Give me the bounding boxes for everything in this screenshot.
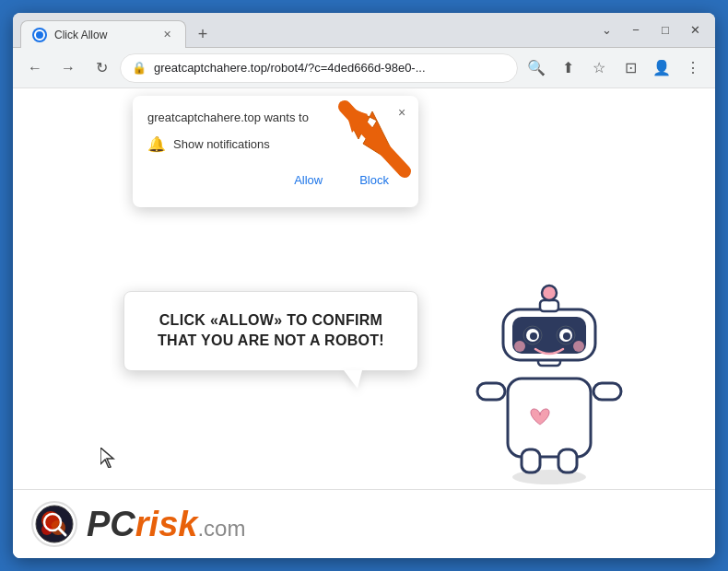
nav-actions: 🔍 ⬆ ☆ ⊡ 👤 ⋮ bbox=[522, 53, 708, 83]
svg-rect-7 bbox=[558, 449, 577, 472]
active-tab[interactable]: Click Allow ✕ bbox=[20, 20, 186, 48]
new-tab-button[interactable]: + bbox=[190, 21, 216, 47]
browser-window: Click Allow ✕ + ⌄ − □ ✕ ← → ↻ 🔒 greatcap… bbox=[13, 13, 715, 558]
notification-label: Show notifications bbox=[173, 137, 270, 151]
svg-point-16 bbox=[563, 332, 570, 340]
search-icon-button[interactable]: 🔍 bbox=[522, 53, 551, 83]
close-button[interactable]: ✕ bbox=[682, 17, 708, 43]
pointing-arrow bbox=[317, 88, 428, 181]
svg-point-15 bbox=[530, 332, 537, 340]
maximize-button[interactable]: □ bbox=[652, 17, 678, 43]
bell-icon: 🔔 bbox=[147, 135, 166, 153]
bubble-text: CLICK «ALLOW» TO CONFIRM THAT YOU ARE NO… bbox=[147, 310, 395, 352]
menu-button[interactable]: ⋮ bbox=[678, 53, 708, 83]
profile-button[interactable]: 👤 bbox=[647, 53, 676, 83]
robot-illustration bbox=[457, 273, 641, 484]
split-view-button[interactable]: ⊡ bbox=[616, 53, 645, 83]
svg-marker-21 bbox=[100, 448, 113, 468]
title-bar: Click Allow ✕ + ⌄ − □ ✕ bbox=[13, 13, 715, 48]
nav-bar: ← → ↻ 🔒 greatcaptchahere.top/robot4/?c=4… bbox=[13, 48, 715, 88]
svg-rect-4 bbox=[477, 383, 505, 400]
url-text: greatcaptchahere.top/robot4/?c=4ded666d-… bbox=[154, 61, 506, 75]
tab-favicon bbox=[32, 28, 47, 42]
robot-svg bbox=[457, 273, 641, 484]
address-bar[interactable]: 🔒 greatcaptchahere.top/robot4/?c=4ded666… bbox=[120, 53, 518, 83]
chevron-down-button[interactable]: ⌄ bbox=[593, 17, 619, 43]
svg-rect-5 bbox=[593, 383, 621, 400]
pcrisk-bar: PCrisk.com bbox=[13, 489, 715, 558]
tab-close-button[interactable]: ✕ bbox=[159, 28, 174, 42]
svg-point-18 bbox=[573, 341, 584, 352]
minimize-button[interactable]: − bbox=[623, 17, 649, 43]
bookmark-icon-button[interactable]: ☆ bbox=[584, 53, 614, 83]
share-icon-button[interactable]: ⬆ bbox=[553, 53, 582, 83]
tab-area: Click Allow ✕ + bbox=[20, 13, 582, 47]
pcrisk-text: PCrisk.com bbox=[87, 505, 245, 544]
svg-rect-19 bbox=[540, 300, 558, 311]
pcrisk-domain-text: .com bbox=[197, 516, 245, 541]
pcrisk-icon bbox=[31, 501, 77, 547]
pcrisk-logo: PCrisk.com bbox=[31, 501, 245, 547]
forward-button[interactable]: → bbox=[53, 53, 83, 83]
svg-rect-6 bbox=[522, 449, 540, 472]
svg-rect-3 bbox=[508, 379, 591, 457]
svg-point-17 bbox=[514, 341, 525, 352]
mouse-cursor bbox=[100, 448, 117, 472]
pcrisk-risk-text: risk bbox=[135, 505, 198, 543]
window-controls: ⌄ − □ ✕ bbox=[593, 17, 708, 43]
arrow-container bbox=[317, 88, 428, 181]
back-button[interactable]: ← bbox=[20, 53, 50, 83]
pcrisk-pc-text: PC bbox=[87, 505, 135, 543]
tab-title: Click Allow bbox=[54, 29, 152, 41]
speech-bubble: CLICK «ALLOW» TO CONFIRM THAT YOU ARE NO… bbox=[123, 291, 418, 371]
reload-button[interactable]: ↻ bbox=[87, 53, 116, 83]
page-content: × greatcaptchahere.top wants to 🔔 Show n… bbox=[13, 88, 715, 558]
lock-icon: 🔒 bbox=[132, 61, 147, 75]
svg-point-2 bbox=[512, 470, 586, 484]
svg-point-20 bbox=[542, 286, 557, 300]
